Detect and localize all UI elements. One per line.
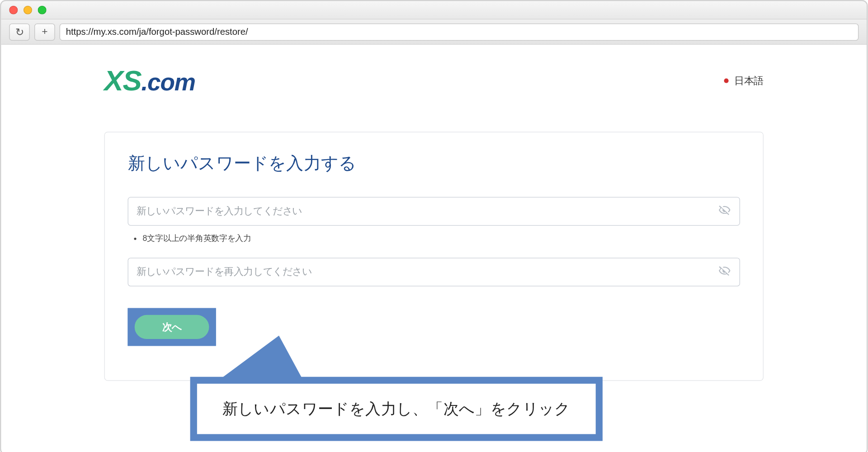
address-url: https://my.xs.com/ja/forgot-password/res… — [66, 27, 248, 37]
password-rules: 8文字以上の半角英数字を入力 — [128, 234, 740, 244]
callout-text: 新しいパスワードを入力し、「次へ」をクリック — [222, 400, 571, 418]
next-button-label: 次へ — [162, 320, 182, 334]
logo-text-xs: XS — [104, 64, 142, 97]
confirm-password-input[interactable] — [128, 258, 740, 286]
page-content: XS .com 日本語 新しいパスワードを入力する 8文字以上の半角英数字を入力 — [1, 45, 867, 452]
minimize-window-icon[interactable] — [24, 6, 32, 14]
instruction-callout: 新しいパスワードを入力し、「次へ」をクリック — [190, 335, 603, 441]
toggle-visibility-icon[interactable] — [718, 264, 731, 279]
new-password-field-wrap — [128, 197, 740, 226]
language-label: 日本語 — [734, 74, 764, 87]
password-rule-item: 8文字以上の半角英数字を入力 — [142, 234, 740, 244]
language-selector[interactable]: 日本語 — [724, 74, 763, 87]
logo-text-dotcom: .com — [142, 69, 195, 96]
new-password-input[interactable] — [128, 197, 740, 226]
browser-window: ↻ + https://my.xs.com/ja/forgot-password… — [0, 0, 868, 452]
card-title: 新しいパスワードを入力する — [128, 152, 740, 175]
reload-button[interactable]: ↻ — [9, 23, 30, 40]
plus-icon: + — [42, 26, 47, 38]
new-tab-button[interactable]: + — [34, 23, 55, 40]
maximize-window-icon[interactable] — [38, 6, 47, 14]
page-header: XS .com 日本語 — [104, 64, 764, 97]
site-logo[interactable]: XS .com — [104, 64, 195, 97]
close-window-icon[interactable] — [9, 6, 18, 14]
window-controls — [9, 6, 46, 14]
browser-toolbar: ↻ + https://my.xs.com/ja/forgot-password… — [1, 19, 867, 45]
confirm-password-field-wrap — [128, 258, 740, 286]
reload-icon: ↻ — [15, 25, 24, 38]
toggle-visibility-icon[interactable] — [718, 204, 731, 219]
callout-box: 新しいパスワードを入力し、「次へ」をクリック — [190, 377, 603, 441]
callout-arrow-icon — [222, 335, 330, 378]
title-bar — [1, 1, 867, 20]
address-bar[interactable]: https://my.xs.com/ja/forgot-password/res… — [60, 23, 859, 40]
japan-flag-icon — [724, 79, 728, 83]
